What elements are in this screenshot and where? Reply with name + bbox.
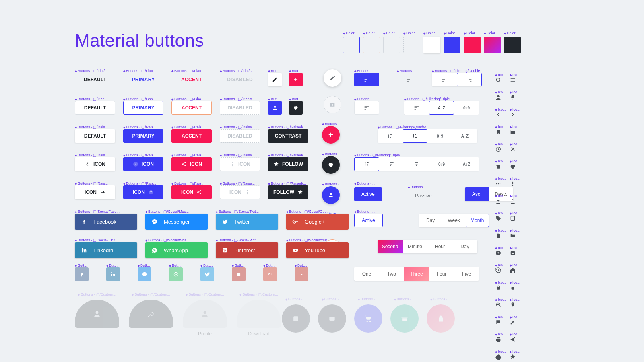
- gear-icon[interactable]: [495, 354, 502, 360]
- raised-follow-contrast[interactable]: FOLLOW: [268, 157, 308, 171]
- upload-icon[interactable]: [510, 198, 516, 204]
- history-icon[interactable]: [495, 267, 502, 274]
- sq-pn[interactable]: [232, 267, 246, 281]
- filter-sort-09[interactable]: 0↓9: [454, 101, 479, 115]
- fw3[interactable]: [404, 157, 429, 171]
- bookmark-icon[interactable]: [495, 129, 502, 135]
- sq-yt[interactable]: [295, 267, 308, 281]
- clock-icon[interactable]: [495, 146, 502, 152]
- pin-icon[interactable]: [510, 302, 516, 308]
- heart-icon[interactable]: [510, 163, 516, 170]
- fw1[interactable]: [354, 157, 379, 171]
- custombtn[interactable]: [129, 300, 173, 328]
- seg-four[interactable]: Four: [429, 267, 454, 281]
- star-icon[interactable]: [510, 354, 516, 360]
- ghost-accent[interactable]: ACCENT: [171, 101, 212, 115]
- raised-iconr-primary[interactable]: ICON ?: [123, 185, 163, 199]
- filter-align-off[interactable]: [397, 73, 422, 86]
- zoom-icon[interactable]: [495, 302, 502, 308]
- swatch-outline-light[interactable]: [383, 37, 400, 53]
- filter-q2[interactable]: [402, 129, 427, 143]
- seg-two[interactable]: Two: [379, 267, 404, 281]
- fab-heart-contrast[interactable]: [322, 156, 340, 174]
- filter-q4[interactable]: A↓Z: [452, 129, 477, 143]
- menu-icon[interactable]: [510, 77, 516, 83]
- chat-icon[interactable]: [495, 319, 502, 325]
- raised-iconr-default[interactable]: ICON: [75, 185, 115, 199]
- swatch-primary[interactable]: [444, 37, 460, 53]
- folder-icon[interactable]: [510, 232, 516, 239]
- sq-in[interactable]: [106, 267, 120, 281]
- sq-tw[interactable]: [200, 267, 214, 281]
- custombtn[interactable]: [75, 300, 119, 328]
- ghost-primary[interactable]: PRIMARY: [123, 101, 163, 115]
- raised-followr-contrast[interactable]: FOLLOW: [268, 185, 308, 199]
- raised-contrast[interactable]: CONTRAST: [268, 129, 308, 143]
- fab-person-primary[interactable]: [322, 186, 340, 204]
- arrow-left-icon[interactable]: [495, 111, 502, 118]
- social-linkedin[interactable]: LinkedIn: [75, 242, 137, 258]
- send-icon[interactable]: [510, 336, 516, 343]
- fw5[interactable]: A↓Z: [454, 157, 479, 171]
- swatch-outline-dashed[interactable]: [403, 37, 420, 53]
- fw2[interactable]: [379, 157, 404, 171]
- chip-active-outline[interactable]: Active: [354, 214, 383, 227]
- filter-align-outline[interactable]: [354, 101, 379, 115]
- seg-day[interactable]: Day: [419, 214, 442, 227]
- image-icon[interactable]: [510, 250, 516, 256]
- file-icon[interactable]: [495, 232, 502, 239]
- fab-edit-white[interactable]: [324, 69, 341, 87]
- raised-primary[interactable]: PRIMARY: [123, 129, 163, 143]
- chip-passive[interactable]: Passive: [408, 189, 439, 203]
- swatch-contrast[interactable]: [504, 37, 521, 53]
- chip-active[interactable]: Active: [354, 187, 382, 201]
- custombtn[interactable]: [183, 300, 227, 328]
- seg-three[interactable]: Three: [404, 267, 429, 281]
- gc5[interactable]: [427, 304, 455, 333]
- flat-primary[interactable]: PRIMARY: [123, 73, 163, 86]
- fw4[interactable]: 0↓9: [429, 157, 454, 171]
- seg-minute[interactable]: Minute: [402, 240, 427, 253]
- more-horiz-icon[interactable]: [495, 181, 502, 187]
- close-icon[interactable]: [510, 146, 516, 152]
- download-icon[interactable]: [495, 198, 502, 204]
- social-twitter[interactable]: Twitter: [216, 214, 278, 230]
- gc4[interactable]: [390, 304, 419, 333]
- seg-second[interactable]: Second: [378, 240, 402, 253]
- filter-align-right[interactable]: [457, 73, 482, 86]
- filter-sort-lines[interactable]: [404, 101, 429, 115]
- filter-sort-az[interactable]: A↓Z: [429, 101, 454, 115]
- lock-icon[interactable]: [495, 284, 502, 291]
- raised-icon-default[interactable]: ICON: [75, 157, 115, 171]
- sq-ms[interactable]: [138, 267, 151, 281]
- seg-week[interactable]: Week: [442, 214, 466, 227]
- seg-one[interactable]: One: [354, 267, 379, 281]
- raised-iconr-accent[interactable]: ICON: [171, 185, 212, 199]
- iconbtn-person[interactable]: [268, 101, 282, 115]
- arrow-right-icon[interactable]: [510, 111, 516, 118]
- sq-gp[interactable]: G+: [263, 267, 277, 281]
- raised-icon-primary[interactable]: ? ICON: [123, 157, 163, 171]
- bell-icon[interactable]: [510, 94, 516, 101]
- swatch-white[interactable]: [423, 37, 440, 53]
- help-icon[interactable]: ?: [495, 250, 502, 256]
- seg-asc[interactable]: Asc.: [465, 187, 489, 201]
- gc3[interactable]: [354, 304, 382, 333]
- flat-accent[interactable]: ACCENT: [171, 73, 212, 86]
- ghost-default[interactable]: DEFAULT: [75, 101, 115, 115]
- filter-align-on[interactable]: [354, 73, 379, 86]
- fab-add-accent[interactable]: [322, 126, 340, 144]
- filter-q1[interactable]: [378, 129, 402, 143]
- gc2[interactable]: [318, 304, 346, 333]
- print-icon[interactable]: [495, 336, 502, 343]
- social-messenger[interactable]: Messenger: [145, 214, 208, 230]
- gc1[interactable]: [282, 304, 310, 333]
- swatch-accent[interactable]: [464, 37, 481, 53]
- more-vert-icon[interactable]: [510, 181, 516, 187]
- social-facebook[interactable]: Facebook: [75, 214, 137, 230]
- filter-q3[interactable]: 0↓9: [427, 129, 452, 143]
- seg-five[interactable]: Five: [454, 267, 479, 281]
- iconbtn-heart[interactable]: [289, 101, 303, 115]
- seg-hour[interactable]: Hour: [427, 240, 452, 253]
- home-icon[interactable]: [510, 267, 516, 274]
